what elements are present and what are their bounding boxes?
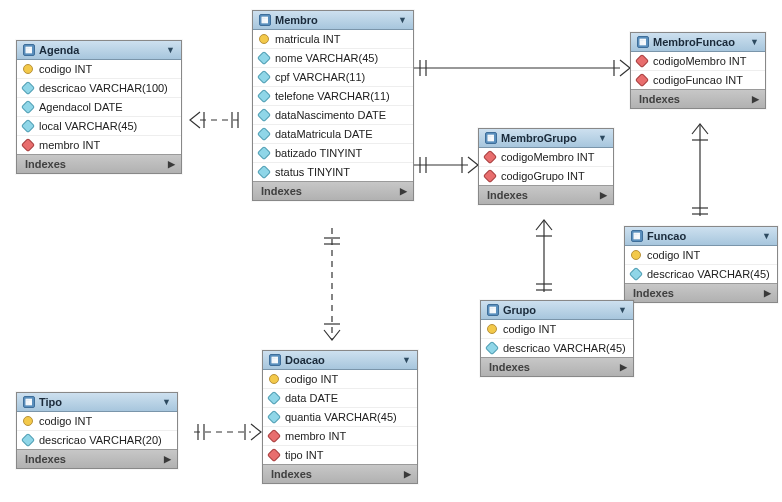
table-icon: ▦ <box>23 44 35 56</box>
entity-membroGrupo[interactable]: ▦MembroGrupo▼codigoMembro INTcodigoGrupo… <box>478 128 614 205</box>
key-icon <box>259 34 269 44</box>
column-row: codigoGrupo INT <box>479 167 613 185</box>
column-row: codigo INT <box>625 246 777 265</box>
entity-membro[interactable]: ▦Membro▼matricula INTnome VARCHAR(45)cpf… <box>252 10 414 201</box>
indexes-section[interactable]: Indexes▶ <box>17 154 181 173</box>
key-icon <box>269 374 279 384</box>
entity-columns: codigo INTdescricao VARCHAR(45) <box>481 320 633 357</box>
entity-header[interactable]: ▦MembroFuncao▼ <box>631 33 765 52</box>
fk-diamond-icon <box>635 54 649 68</box>
entity-title: Agenda <box>39 44 79 56</box>
entity-header[interactable]: ▦Grupo▼ <box>481 301 633 320</box>
chevron-right-icon: ▶ <box>600 190 607 200</box>
column-label: membro INT <box>39 139 100 151</box>
column-diamond-icon <box>21 81 35 95</box>
indexes-section[interactable]: Indexes▶ <box>17 449 177 468</box>
entity-title: MembroFuncao <box>653 36 735 48</box>
column-label: telefone VARCHAR(11) <box>275 90 390 102</box>
entity-doacao[interactable]: ▦Doacao▼codigo INTdata DATEquantia VARCH… <box>262 350 418 484</box>
chevron-down-icon: ▼ <box>750 37 759 47</box>
entity-title: MembroGrupo <box>501 132 577 144</box>
column-diamond-icon <box>257 108 271 122</box>
indexes-section[interactable]: Indexes▶ <box>253 181 413 200</box>
column-row: dataNascimento DATE <box>253 106 413 125</box>
entity-agenda[interactable]: ▦Agenda▼codigo INTdescricao VARCHAR(100)… <box>16 40 182 174</box>
column-diamond-icon <box>21 100 35 114</box>
indexes-section[interactable]: Indexes▶ <box>479 185 613 204</box>
column-label: dataMatricula DATE <box>275 128 373 140</box>
entity-funcao[interactable]: ▦Funcao▼codigo INTdescricao VARCHAR(45)I… <box>624 226 778 303</box>
column-label: codigoMembro INT <box>653 55 747 67</box>
entity-tipo[interactable]: ▦Tipo▼codigo INTdescricao VARCHAR(20)Ind… <box>16 392 178 469</box>
fk-diamond-icon <box>635 73 649 87</box>
entity-grupo[interactable]: ▦Grupo▼codigo INTdescricao VARCHAR(45)In… <box>480 300 634 377</box>
column-label: Agendacol DATE <box>39 101 123 113</box>
column-diamond-icon <box>257 127 271 141</box>
chevron-down-icon: ▼ <box>398 15 407 25</box>
column-label: descricao VARCHAR(100) <box>39 82 168 94</box>
column-label: batizado TINYINT <box>275 147 362 159</box>
entity-title: Tipo <box>39 396 62 408</box>
column-row: matricula INT <box>253 30 413 49</box>
chevron-down-icon: ▼ <box>402 355 411 365</box>
column-row: dataMatricula DATE <box>253 125 413 144</box>
column-row: codigo INT <box>17 412 177 431</box>
column-label: descricao VARCHAR(45) <box>503 342 626 354</box>
entity-title: Funcao <box>647 230 686 242</box>
indexes-section[interactable]: Indexes▶ <box>631 89 765 108</box>
indexes-label: Indexes <box>487 189 528 201</box>
entity-columns: codigoMembro INTcodigoFuncao INT <box>631 52 765 89</box>
chevron-right-icon: ▶ <box>400 186 407 196</box>
table-icon: ▦ <box>485 132 497 144</box>
column-row: local VARCHAR(45) <box>17 117 181 136</box>
chevron-right-icon: ▶ <box>752 94 759 104</box>
chevron-down-icon: ▼ <box>598 133 607 143</box>
column-label: codigoFuncao INT <box>653 74 743 86</box>
column-diamond-icon <box>257 146 271 160</box>
table-icon: ▦ <box>637 36 649 48</box>
indexes-label: Indexes <box>25 453 66 465</box>
indexes-section[interactable]: Indexes▶ <box>263 464 417 483</box>
column-row: codigoMembro INT <box>631 52 765 71</box>
chevron-right-icon: ▶ <box>164 454 171 464</box>
column-row: codigo INT <box>263 370 417 389</box>
entity-header[interactable]: ▦Funcao▼ <box>625 227 777 246</box>
indexes-label: Indexes <box>25 158 66 170</box>
entity-header[interactable]: ▦Tipo▼ <box>17 393 177 412</box>
entity-columns: codigo INTdata DATEquantia VARCHAR(45)me… <box>263 370 417 464</box>
column-label: cpf VARCHAR(11) <box>275 71 365 83</box>
entity-columns: codigo INTdescricao VARCHAR(20) <box>17 412 177 449</box>
entity-columns: codigo INTdescricao VARCHAR(100)Agendaco… <box>17 60 181 154</box>
column-row: codigoFuncao INT <box>631 71 765 89</box>
chevron-right-icon: ▶ <box>620 362 627 372</box>
entity-header[interactable]: ▦Membro▼ <box>253 11 413 30</box>
column-label: membro INT <box>285 430 346 442</box>
column-row: nome VARCHAR(45) <box>253 49 413 68</box>
entity-header[interactable]: ▦Agenda▼ <box>17 41 181 60</box>
entity-title: Membro <box>275 14 318 26</box>
indexes-section[interactable]: Indexes▶ <box>481 357 633 376</box>
entity-columns: codigo INTdescricao VARCHAR(45) <box>625 246 777 283</box>
indexes-section[interactable]: Indexes▶ <box>625 283 777 302</box>
entity-header[interactable]: ▦Doacao▼ <box>263 351 417 370</box>
indexes-label: Indexes <box>271 468 312 480</box>
column-label: data DATE <box>285 392 338 404</box>
table-icon: ▦ <box>23 396 35 408</box>
column-row: codigoMembro INT <box>479 148 613 167</box>
column-row: quantia VARCHAR(45) <box>263 408 417 427</box>
column-diamond-icon <box>267 410 281 424</box>
column-label: nome VARCHAR(45) <box>275 52 378 64</box>
column-row: codigo INT <box>17 60 181 79</box>
column-row: membro INT <box>17 136 181 154</box>
column-diamond-icon <box>629 267 643 281</box>
entity-header[interactable]: ▦MembroGrupo▼ <box>479 129 613 148</box>
indexes-label: Indexes <box>639 93 680 105</box>
column-label: descricao VARCHAR(45) <box>647 268 770 280</box>
column-diamond-icon <box>21 433 35 447</box>
column-diamond-icon <box>21 119 35 133</box>
column-diamond-icon <box>485 341 499 355</box>
column-row: descricao VARCHAR(45) <box>625 265 777 283</box>
table-icon: ▦ <box>269 354 281 366</box>
key-icon <box>487 324 497 334</box>
entity-membroFuncao[interactable]: ▦MembroFuncao▼codigoMembro INTcodigoFunc… <box>630 32 766 109</box>
